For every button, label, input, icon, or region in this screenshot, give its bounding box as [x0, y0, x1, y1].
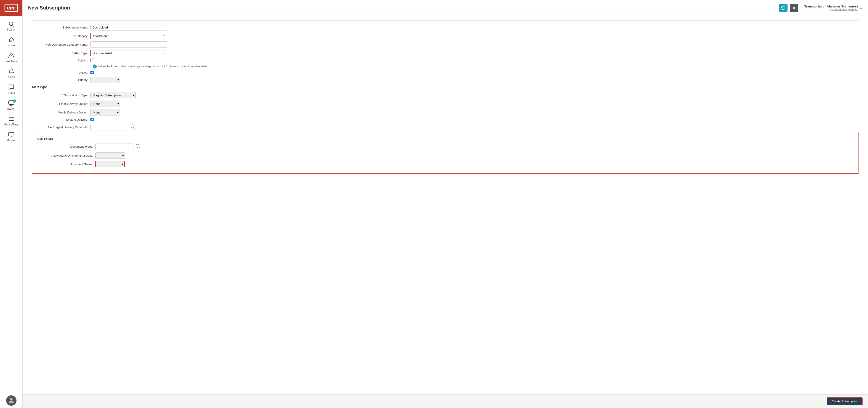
document-states-label: Document States: [37, 162, 95, 166]
system-delivery-checkbox[interactable] [90, 118, 94, 121]
topbar: New Subscription Transportation Manager … [23, 0, 868, 16]
mobile-delivery-label: Mobile Delivery Option: [32, 111, 90, 114]
alert-digest-label: Alert Digest Delivery Schedule: [32, 125, 90, 129]
subscription-name-label: * Subscription Name: [32, 26, 90, 29]
priority-label: Priority: [32, 78, 90, 82]
sidebar-item-problems[interactable]: Problems [0, 50, 22, 66]
chat-icon [8, 84, 14, 90]
publish-info-row: i When Published, other users in your en… [93, 64, 859, 68]
svg-point-16 [131, 125, 134, 128]
priority-select[interactable]: Low Medium High [90, 76, 120, 83]
home-icon [8, 37, 14, 43]
neo-dashboard-row: Neo Dashboard Category Name: [32, 41, 859, 48]
document-types-label: Document Types: [37, 145, 95, 148]
warning-icon [8, 53, 14, 59]
email-delivery-select[interactable]: None Immediate Daily [90, 101, 120, 107]
switch-badge-icon [13, 100, 16, 102]
category-row: * Category: Attachment General System [32, 33, 859, 39]
sidebar-item-menus[interactable]: Menus/Favs [0, 113, 22, 129]
alert-type-row: * Alert Type: DocumentAlert GeneralAlert [32, 50, 859, 56]
create-subscription-button[interactable]: Create Subscription [827, 397, 863, 405]
avatar-icon [7, 397, 15, 404]
svg-line-1 [12, 25, 14, 26]
active-row: Active: [32, 71, 859, 74]
content-area: * Subscription Name: * Category: Attachm… [23, 16, 868, 408]
document-types-input[interactable] [95, 144, 134, 150]
neo-dashboard-label: Neo Dashboard Category Name: [32, 43, 90, 46]
alert-digest-input[interactable] [90, 124, 129, 130]
svg-line-19 [138, 147, 140, 148]
email-delivery-label: Email Delivery Option: [32, 102, 90, 105]
alert-filters-title: Alert Filters [37, 137, 854, 140]
mobile-delivery-select[interactable]: None Immediate Daily [90, 109, 120, 116]
form-wrapper: * Subscription Name: * Category: Attachm… [23, 16, 868, 395]
topbar-actions: Transportation Manager Surnameas Transpo… [779, 4, 863, 12]
search-icon [8, 21, 14, 27]
svg-point-0 [9, 22, 13, 26]
allow-alerts-label: Allow Alerts On Non Final Docs: [37, 154, 95, 157]
footer-bar: Create Subscription [23, 395, 868, 408]
email-delivery-row: Email Delivery Option: None Immediate Da… [32, 101, 859, 107]
sidebar-item-search[interactable]: Search [0, 18, 22, 34]
sidebar-item-monitor[interactable]: Monitor [0, 129, 22, 145]
bell-icon [8, 68, 14, 74]
subscription-type-row: * * Subscription Type: Regular Subscript… [32, 92, 859, 98]
system-delivery-row: System Delivery: [32, 118, 859, 121]
search-circle-icon-2 [135, 144, 140, 149]
close-icon [792, 6, 796, 10]
refresh-icon [781, 6, 785, 10]
sidebar-item-alerts[interactable]: Alerts [0, 66, 22, 82]
publish-row: Publish: [32, 59, 859, 62]
document-states-row: Document States: Draft Final [37, 161, 854, 167]
monitor-icon [8, 131, 14, 138]
page-title: New Subscription [28, 5, 779, 11]
sidebar-item-home[interactable]: Home [0, 34, 22, 50]
document-types-search-button[interactable] [135, 143, 141, 150]
svg-rect-10 [8, 132, 14, 136]
priority-row: Priority: Low Medium High [32, 76, 859, 83]
alert-type-section-title: Alert Type [32, 85, 859, 89]
publish-checkbox[interactable] [90, 59, 94, 62]
active-checkbox[interactable] [90, 71, 94, 74]
allow-alerts-row: Allow Alerts On Non Final Docs: Yes No [37, 152, 854, 159]
alert-filters-box: Alert Filters Document Types: Allow Aler… [32, 133, 859, 174]
user-info: Transportation Manager Surnameas Transpo… [804, 4, 858, 11]
system-delivery-label: System Delivery: [32, 118, 90, 121]
alert-digest-search-button[interactable] [130, 124, 135, 131]
menu-icon [8, 116, 14, 122]
neo-dashboard-input[interactable] [90, 41, 167, 48]
sidebar: one Search Home Problems Alerts Chats [0, 0, 23, 408]
user-chevron-icon: ⌄ [860, 6, 863, 10]
alert-type-label: * Alert Type: [32, 52, 90, 55]
sidebar-item-switch[interactable]: Switch [0, 97, 22, 113]
subscription-type-select[interactable]: Regular Subscription Digest Subscription [90, 92, 135, 98]
avatar[interactable] [6, 395, 17, 406]
document-types-row: Document Types: [37, 143, 854, 150]
sidebar-item-chats[interactable]: Chats [0, 82, 22, 97]
document-states-select[interactable]: Draft Final [95, 161, 125, 167]
active-label: Active: [32, 71, 90, 74]
alert-type-select[interactable]: DocumentAlert GeneralAlert [90, 50, 167, 56]
user-menu[interactable]: Transportation Manager Surnameas Transpo… [804, 4, 863, 11]
info-icon: i [93, 64, 97, 68]
main-area: New Subscription Transportation Manager … [23, 0, 868, 408]
category-select[interactable]: Attachment General System [90, 33, 167, 39]
allow-alerts-select[interactable]: Yes No [95, 152, 125, 159]
svg-point-18 [136, 144, 139, 148]
svg-line-17 [133, 127, 134, 128]
alert-digest-row: Alert Digest Delivery Schedule: [32, 124, 859, 131]
close-button[interactable] [790, 4, 798, 12]
search-circle-icon [130, 124, 135, 129]
category-label: * Category: [32, 34, 90, 38]
subscription-name-input[interactable] [90, 24, 167, 31]
publish-label: Publish: [32, 59, 90, 62]
mobile-delivery-row: Mobile Delivery Option: None Immediate D… [32, 109, 859, 116]
refresh-button[interactable] [779, 4, 787, 12]
subscription-name-row: * Subscription Name: [32, 24, 859, 31]
svg-point-13 [10, 398, 12, 401]
subscription-type-label: * * Subscription Type: [32, 94, 90, 97]
app-logo[interactable]: one [0, 0, 22, 16]
